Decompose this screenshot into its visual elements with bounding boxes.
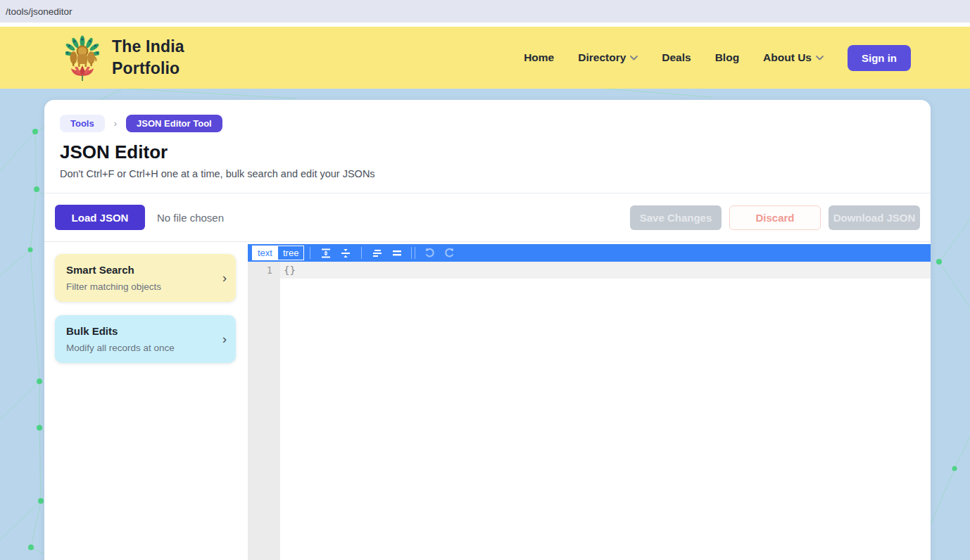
breadcrumb-tools-link[interactable]: Tools [60,115,105,132]
undo-icon[interactable] [420,246,439,260]
nav-item-home[interactable]: Home [524,51,554,64]
format-icon[interactable] [317,246,335,260]
chevron-down-icon [816,56,824,61]
smart-search-title: Smart Search [66,264,225,276]
page-title: JSON Editor [60,141,915,163]
bulk-edits-card[interactable]: Bulk Edits Modify all records at once › [55,315,236,363]
nav-item-directory[interactable]: Directory [578,51,638,64]
bulk-edits-subtitle: Modify all records at once [66,343,225,353]
tool-sidebar: Smart Search Filter matching objects › B… [55,242,236,363]
tab-tree-mode[interactable]: tree [277,246,304,260]
load-json-button[interactable]: Load JSON [55,205,145,230]
nav-label: Deals [662,51,691,64]
chevron-down-icon [630,56,638,61]
chevron-right-icon: › [222,331,227,347]
discard-button[interactable]: Discard [729,205,821,230]
app-viewport: /tools/jsoneditor [0,0,970,560]
transform-icon[interactable] [388,246,406,260]
compact-icon[interactable] [336,246,355,260]
line-number: 1 [248,262,280,279]
main-nav: Home Directory Deals Blog About Us Sign … [524,45,911,71]
breadcrumb-separator-icon: › [114,118,117,129]
brand-name: The India Portfolio [112,36,218,79]
url-path: /tools/jsoneditor [6,6,73,17]
save-changes-button[interactable]: Save Changes [630,205,722,230]
menu-separator [310,247,310,259]
file-toolbar: Load JSON No file chosen Save Changes Di… [44,193,931,241]
site-header: The India Portfolio Home Directory Deals… [0,27,970,89]
nav-item-blog[interactable]: Blog [715,51,739,64]
tool-card-header: Tools › JSON Editor Tool JSON Editor Don… [44,100,931,193]
bulk-edits-title: Bulk Edits [66,325,225,337]
json-editor: text tree [248,244,931,560]
sort-icon[interactable] [368,246,386,260]
page-subtitle: Don't Ctrl+F or Ctrl+H one at a time, bu… [60,168,915,179]
nav-label: Directory [578,51,626,64]
json-editor-menu: text tree [248,244,931,262]
nav-label: Blog [715,51,739,64]
menu-separator [361,247,362,259]
smart-search-card[interactable]: Smart Search Filter matching objects › [55,254,236,302]
editor-mode-tabs: text tree [252,246,304,260]
file-toolbar-actions: Save Changes Discard Download JSON [630,205,920,230]
smart-search-subtitle: Filter matching objects [66,281,225,292]
nav-item-about-us[interactable]: About Us [763,51,824,64]
nav-label: About Us [763,51,812,64]
breadcrumb-current: JSON Editor Tool [126,115,222,132]
menu-double-separator [411,247,415,259]
brand-home-link[interactable]: The India Portfolio [65,34,218,81]
file-status-text: No file chosen [157,212,224,224]
breadcrumb: Tools › JSON Editor Tool [60,115,915,132]
page-background: Tools › JSON Editor Tool JSON Editor Don… [0,89,970,560]
nav-item-deals[interactable]: Deals [662,51,691,64]
json-editor-body: 1 {} [248,262,931,560]
download-json-button[interactable]: Download JSON [829,205,920,230]
json-text-area[interactable]: {} [280,262,931,560]
sign-in-button[interactable]: Sign in [848,45,911,71]
chevron-right-icon: › [222,270,227,286]
redo-icon[interactable] [440,246,458,260]
india-emblem-icon [65,34,99,81]
code-line: {} [280,262,931,279]
tool-card: Tools › JSON Editor Tool JSON Editor Don… [44,100,931,560]
line-number-gutter: 1 [248,262,280,560]
tab-text-mode[interactable]: text [252,246,277,260]
tool-content: Smart Search Filter matching objects › B… [44,242,931,560]
nav-label: Home [524,51,554,64]
url-bar[interactable]: /tools/jsoneditor [0,0,970,23]
